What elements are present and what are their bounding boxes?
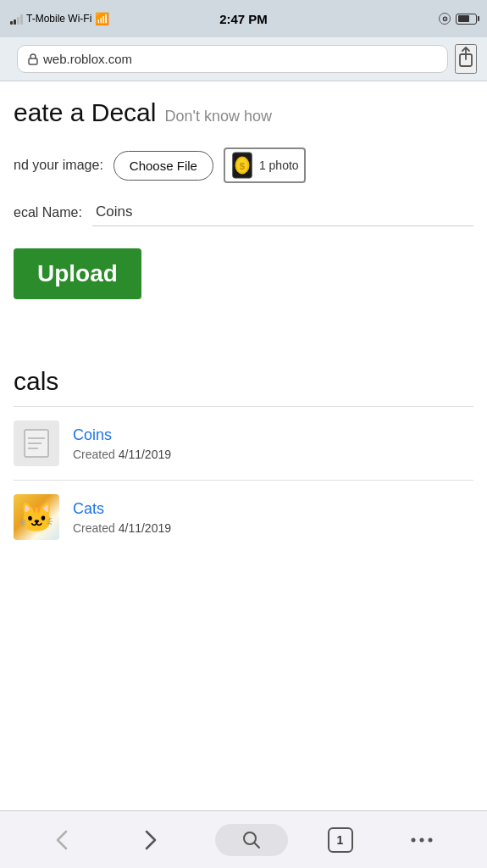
status-right: ⊙ bbox=[439, 13, 477, 25]
decal-info-cats: Cats Created 4/11/2019 bbox=[73, 500, 473, 535]
page-content: eate a Decal Don't know how nd your imag… bbox=[0, 81, 487, 638]
decal-info-coins: Coins Created 4/11/2019 bbox=[73, 426, 473, 461]
svg-rect-0 bbox=[29, 58, 37, 64]
created-label: Created bbox=[73, 448, 115, 461]
decal-name-link[interactable]: Cats bbox=[73, 500, 473, 518]
svg-point-14 bbox=[428, 837, 432, 842]
svg-point-12 bbox=[411, 837, 415, 842]
signal-icon bbox=[10, 13, 23, 25]
decals-section-title: cals bbox=[14, 367, 473, 396]
decal-name-row: ecal Name: bbox=[14, 198, 473, 226]
decal-thumbnail-coins bbox=[14, 420, 59, 466]
image-upload-row: nd your image: Choose File $ 1 photo bbox=[14, 147, 473, 183]
created-date: 4/11/2019 bbox=[119, 521, 171, 535]
url-bar[interactable]: web.roblox.com bbox=[17, 45, 448, 73]
wifi-icon: 📶 bbox=[95, 12, 109, 25]
tab-count-button[interactable]: 1 bbox=[328, 827, 353, 853]
list-item: 🐱 Cats Created 4/11/2019 bbox=[14, 480, 473, 554]
share-button[interactable] bbox=[455, 44, 477, 74]
file-preview: $ 1 photo bbox=[224, 147, 306, 183]
page-title: eate a Decal bbox=[14, 98, 156, 127]
decal-name-input[interactable] bbox=[92, 198, 473, 226]
decal-name-link[interactable]: Coins bbox=[73, 426, 473, 444]
browser-bar: web.roblox.com bbox=[0, 37, 487, 81]
more-icon bbox=[410, 837, 434, 843]
status-bar: T-Mobile Wi-Fi 📶 2:47 PM ⊙ bbox=[0, 0, 487, 37]
list-item: Coins Created 4/11/2019 bbox=[14, 406, 473, 480]
search-icon bbox=[242, 831, 261, 849]
svg-line-11 bbox=[254, 843, 259, 848]
decals-section: cals Coins C bbox=[14, 367, 473, 554]
coin-icon: $ bbox=[230, 151, 254, 180]
choose-file-button[interactable]: Choose File bbox=[113, 151, 213, 181]
url-text: web.roblox.com bbox=[43, 52, 132, 66]
decal-created-cats: Created 4/11/2019 bbox=[73, 521, 473, 535]
lock-icon bbox=[28, 53, 38, 65]
screen-lock-icon: ⊙ bbox=[439, 13, 451, 25]
more-button[interactable] bbox=[393, 830, 451, 850]
forward-button[interactable] bbox=[126, 821, 175, 859]
page-title-row: eate a Decal Don't know how bbox=[14, 98, 473, 127]
battery-icon bbox=[456, 14, 477, 25]
image-label: nd your image: bbox=[14, 158, 103, 173]
photo-count: 1 photo bbox=[259, 159, 299, 172]
svg-text:$: $ bbox=[240, 161, 246, 171]
status-time: 2:47 PM bbox=[219, 12, 268, 26]
tab-count: 1 bbox=[337, 833, 344, 847]
upload-button[interactable]: Upload bbox=[14, 248, 141, 299]
created-label: Created bbox=[73, 521, 115, 535]
thumbnail-placeholder bbox=[19, 426, 53, 460]
status-left: T-Mobile Wi-Fi 📶 bbox=[10, 12, 109, 25]
bottom-nav: 1 bbox=[0, 810, 487, 868]
cat-image: 🐱 bbox=[14, 494, 59, 540]
decal-created-coins: Created 4/11/2019 bbox=[73, 448, 473, 461]
page-subtitle: Don't know how bbox=[164, 108, 272, 125]
carrier-text: T-Mobile Wi-Fi bbox=[26, 13, 91, 25]
search-button[interactable] bbox=[215, 824, 288, 856]
decal-name-label: ecal Name: bbox=[14, 205, 82, 220]
decal-list: Coins Created 4/11/2019 🐱 Cats Created 4 bbox=[14, 406, 473, 554]
back-button[interactable] bbox=[37, 821, 86, 859]
svg-point-13 bbox=[419, 837, 423, 842]
created-date: 4/11/2019 bbox=[119, 448, 171, 461]
decal-thumbnail-cats: 🐱 bbox=[14, 494, 59, 540]
